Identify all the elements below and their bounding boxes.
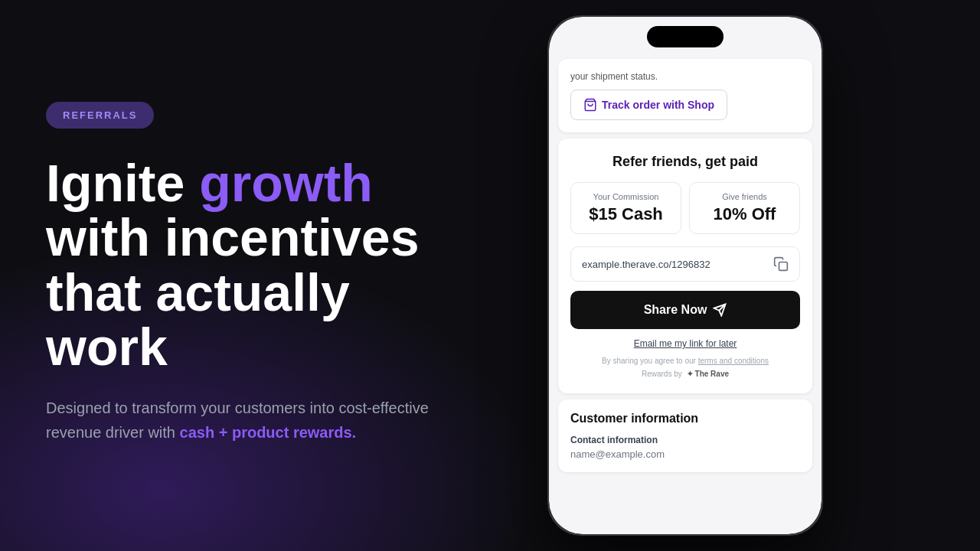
- headline-part3: with incentives that actually work: [46, 208, 419, 376]
- customer-card: Customer information Contact information…: [558, 399, 812, 472]
- referrals-badge: REFERRALS: [46, 102, 154, 129]
- tracking-pre-text: your shipment status.: [570, 71, 800, 82]
- contact-info-value: name@example.com: [570, 448, 800, 460]
- friends-commission-box: Give friends 10% Off: [689, 182, 800, 234]
- commission-row: Your Commission $15 Cash Give friends 10…: [570, 182, 800, 234]
- dynamic-island: [647, 26, 724, 47]
- track-order-button[interactable]: Track order with Shop: [570, 90, 727, 120]
- headline-growth: growth: [199, 154, 373, 212]
- referral-link-text: example.therave.co/1296832: [582, 259, 773, 270]
- referral-title: Refer friends, get paid: [570, 154, 800, 170]
- referral-link-row: example.therave.co/1296832: [570, 246, 800, 282]
- headline: Ignite growth with incentives that actua…: [46, 156, 475, 375]
- subtext-highlight: cash + product rewards.: [180, 424, 357, 441]
- your-commission-label: Your Commission: [580, 192, 671, 201]
- contact-info-label: Contact information: [570, 435, 800, 445]
- your-commission-box: Your Commission $15 Cash: [570, 182, 681, 234]
- rewards-row: Rewards by ✦ The Rave: [570, 370, 800, 378]
- terms-link[interactable]: terms and conditions: [698, 357, 769, 365]
- friends-commission-label: Give friends: [699, 192, 790, 201]
- friends-commission-value: 10% Off: [699, 204, 790, 224]
- phone-content: your shipment status. Track order with S…: [549, 17, 822, 534]
- rave-logo: ✦ The Rave: [687, 370, 729, 378]
- headline-part1: Ignite: [46, 154, 199, 212]
- your-commission-value: $15 Cash: [580, 204, 671, 224]
- track-button-label: Track order with Shop: [602, 99, 714, 111]
- tracking-card: your shipment status. Track order with S…: [558, 59, 812, 132]
- referral-card: Refer friends, get paid Your Commission …: [558, 139, 812, 393]
- left-section: REFERRALS Ignite growth with incentives …: [0, 56, 521, 496]
- share-button-label: Share Now: [644, 303, 707, 317]
- copy-icon[interactable]: [773, 256, 789, 272]
- badge-label: REFERRALS: [63, 109, 137, 121]
- share-now-button[interactable]: Share Now: [570, 291, 800, 329]
- customer-info-title: Customer information: [570, 412, 800, 425]
- subtext: Designed to transform your customers int…: [46, 396, 459, 445]
- rewards-label: Rewards by: [642, 370, 682, 378]
- phone-frame: your shipment status. Track order with S…: [547, 15, 823, 536]
- send-icon: [713, 303, 727, 317]
- terms-text: By sharing you agree to our terms and co…: [570, 357, 800, 365]
- email-link[interactable]: Email me my link for later: [570, 338, 800, 349]
- right-section: your shipment status. Track order with S…: [521, 0, 850, 551]
- svg-rect-1: [779, 262, 788, 271]
- shop-icon: [583, 98, 597, 112]
- terms-pre-text: By sharing you agree to our: [602, 357, 698, 365]
